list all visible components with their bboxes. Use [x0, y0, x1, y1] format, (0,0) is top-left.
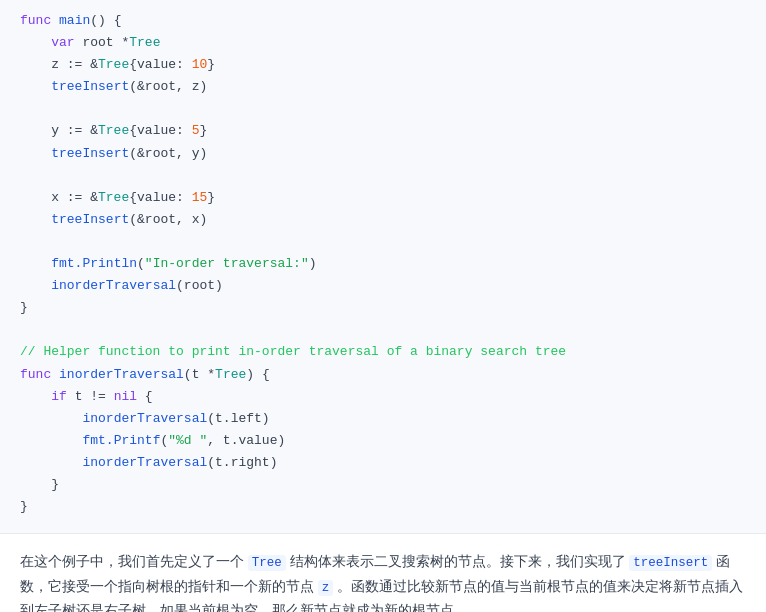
code-line	[20, 231, 746, 253]
code-line: fmt.Println("In-order traversal:")	[20, 253, 746, 275]
inline-code-z: z	[318, 580, 334, 596]
code-line: treeInsert(&root, z)	[20, 76, 746, 98]
code-line	[20, 98, 746, 120]
code-line: z := &Tree{value: 10}	[20, 54, 746, 76]
prose-section: 在这个例子中，我们首先定义了一个 Tree 结构体来表示二叉搜索树的节点。接下来…	[0, 534, 766, 612]
code-section: func main() { var root *Tree z := &Tree{…	[0, 0, 766, 534]
code-line	[20, 165, 746, 187]
code-line: inorderTraversal(t.right)	[20, 452, 746, 474]
code-line: var root *Tree	[20, 32, 746, 54]
code-line	[20, 319, 746, 341]
prose-paragraph-1: 在这个例子中，我们首先定义了一个 Tree 结构体来表示二叉搜索树的节点。接下来…	[20, 550, 746, 612]
code-line: treeInsert(&root, x)	[20, 209, 746, 231]
code-line: inorderTraversal(t.left)	[20, 408, 746, 430]
code-line-comment: // Helper function to print in-order tra…	[20, 341, 746, 363]
code-line: }	[20, 496, 746, 518]
code-line: }	[20, 297, 746, 319]
page-container: func main() { var root *Tree z := &Tree{…	[0, 0, 766, 612]
inline-code-tree: Tree	[248, 555, 286, 571]
code-line: x := &Tree{value: 15}	[20, 187, 746, 209]
inline-code-treeinsert: treeInsert	[629, 555, 712, 571]
code-line: inorderTraversal(root)	[20, 275, 746, 297]
code-line: func main() {	[20, 10, 746, 32]
code-line: }	[20, 474, 746, 496]
code-line: func inorderTraversal(t *Tree) {	[20, 364, 746, 386]
code-block: func main() { var root *Tree z := &Tree{…	[20, 10, 746, 518]
code-line: y := &Tree{value: 5}	[20, 120, 746, 142]
code-line: treeInsert(&root, y)	[20, 143, 746, 165]
code-line: fmt.Printf("%d ", t.value)	[20, 430, 746, 452]
code-line: if t != nil {	[20, 386, 746, 408]
